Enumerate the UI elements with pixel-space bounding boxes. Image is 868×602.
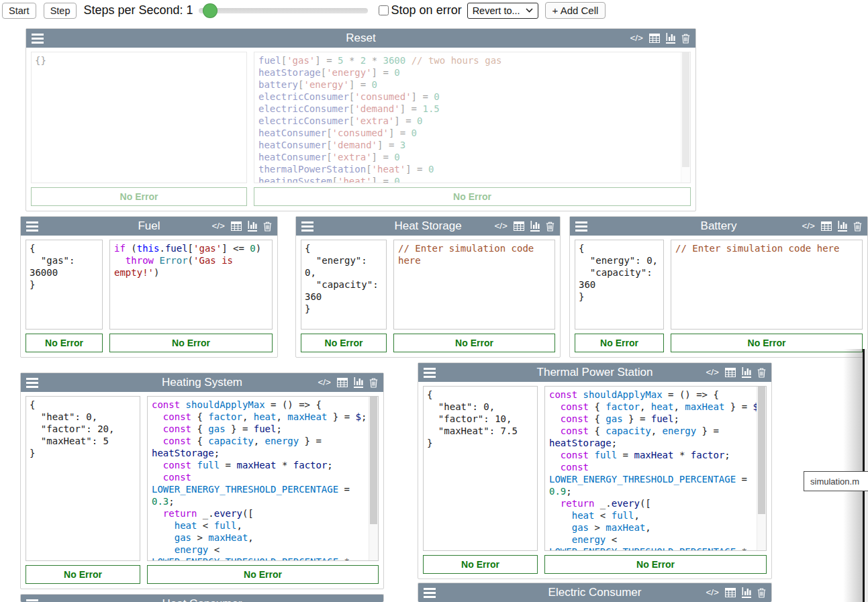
code-token: 0 bbox=[394, 152, 399, 162]
bar-chart-icon[interactable] bbox=[838, 221, 847, 232]
code-editor[interactable]: // Enter simulation codehere bbox=[393, 240, 555, 330]
code-token: LOWER_ENERGY_THRESHOLD_PERCENTAGE bbox=[152, 556, 338, 561]
code-token: = bbox=[338, 484, 350, 495]
code-token: , bbox=[651, 425, 663, 436]
code-editor[interactable]: const shouldApplyMax = () => { const { f… bbox=[147, 396, 379, 561]
hamburger-icon[interactable] bbox=[575, 221, 587, 232]
code-icon[interactable]: </> bbox=[706, 368, 719, 377]
code-token: const bbox=[549, 389, 577, 400]
stop-on-error-checkbox[interactable] bbox=[379, 5, 389, 15]
code-icon[interactable]: </> bbox=[494, 221, 508, 231]
table-icon[interactable] bbox=[514, 221, 524, 231]
code-icon[interactable]: </> bbox=[211, 221, 225, 231]
state-editor[interactable]: {} bbox=[31, 52, 247, 183]
code-token: return bbox=[561, 498, 595, 509]
state-error-status: No Error bbox=[26, 565, 140, 584]
code-token bbox=[577, 389, 583, 400]
hamburger-icon[interactable] bbox=[26, 599, 38, 602]
code-token bbox=[152, 472, 163, 483]
code-line: const shouldApplyMax = () => { bbox=[152, 399, 365, 411]
code-editor[interactable]: // Enter simulation code here bbox=[671, 240, 863, 330]
code-editor[interactable]: if (this.fuel['gas'] <= 0) throw Error('… bbox=[109, 240, 273, 330]
code-token: battery bbox=[258, 79, 298, 90]
code-token: const bbox=[152, 399, 180, 410]
code-token: ] = bbox=[372, 176, 395, 183]
code-token: < bbox=[594, 510, 611, 521]
bar-chart-icon[interactable] bbox=[742, 367, 751, 378]
scrollbar-thumb[interactable] bbox=[370, 397, 377, 524]
scrollbar[interactable] bbox=[681, 52, 690, 183]
chevron-down-icon bbox=[526, 8, 533, 13]
code-line: return _.every([ bbox=[152, 507, 365, 519]
cell-header: Heat Storage </> bbox=[296, 217, 560, 236]
table-icon[interactable] bbox=[337, 378, 348, 387]
start-button[interactable]: Start bbox=[2, 3, 36, 19]
scrollbar-thumb[interactable] bbox=[682, 52, 689, 167]
code-token: * bbox=[673, 450, 690, 460]
table-icon[interactable] bbox=[231, 221, 242, 231]
code-line: thermalPowerStation['heat'] = 0 bbox=[258, 163, 677, 175]
bar-chart-icon[interactable] bbox=[354, 377, 363, 388]
code-error-status: No Error bbox=[109, 334, 273, 352]
bar-chart-icon[interactable] bbox=[248, 221, 257, 232]
hamburger-icon[interactable] bbox=[424, 368, 436, 378]
code-token: electricConsumer bbox=[258, 103, 349, 114]
code-token bbox=[114, 255, 126, 266]
code-icon[interactable]: </> bbox=[630, 34, 643, 43]
scrollbar[interactable] bbox=[757, 387, 766, 550]
state-error-status: No Error bbox=[301, 334, 387, 352]
bar-chart-icon[interactable] bbox=[666, 33, 675, 44]
hamburger-icon[interactable] bbox=[301, 221, 314, 232]
hamburger-icon[interactable] bbox=[26, 221, 38, 232]
code-token: < bbox=[197, 520, 213, 531]
trash-icon[interactable] bbox=[263, 221, 272, 232]
code-icon[interactable]: </> bbox=[802, 221, 815, 231]
speed-slider[interactable] bbox=[199, 8, 368, 13]
filename-tooltip: simulation.m bbox=[804, 471, 868, 491]
state-editor[interactable]: { "energy": 0, "capacity": 360 } bbox=[575, 240, 664, 330]
trash-icon[interactable] bbox=[853, 221, 862, 232]
code-token: electricConsumer bbox=[258, 115, 349, 126]
code-token: const bbox=[163, 460, 191, 470]
code-token: ] = bbox=[394, 115, 417, 126]
hamburger-icon[interactable] bbox=[424, 588, 436, 598]
code-line: energy < bbox=[549, 534, 753, 546]
bar-chart-icon[interactable] bbox=[530, 221, 540, 232]
trash-icon[interactable] bbox=[757, 368, 766, 378]
code-token: maxHeat bbox=[634, 450, 673, 460]
slider-thumb-icon[interactable] bbox=[203, 3, 218, 18]
add-cell-button[interactable]: + Add Cell bbox=[545, 2, 606, 19]
code-token: , bbox=[640, 401, 651, 412]
revert-to-select[interactable]: Revert to... bbox=[467, 3, 538, 19]
trash-icon[interactable] bbox=[757, 588, 766, 598]
scrollbar[interactable] bbox=[369, 397, 378, 560]
code-editor[interactable]: const shouldApplyMax = () => { const { f… bbox=[544, 386, 767, 551]
state-editor[interactable]: { "energy": 0, "capacity": 360 } bbox=[301, 240, 387, 330]
hamburger-icon[interactable] bbox=[26, 378, 38, 388]
state-editor[interactable]: { "heat": 0, "factor": 20, "maxHeat": 5 … bbox=[26, 396, 140, 561]
trash-icon[interactable] bbox=[546, 221, 554, 232]
cell-title: Reset bbox=[346, 32, 375, 45]
code-line: electricConsumer['extra'] = 0 bbox=[258, 115, 677, 127]
table-icon[interactable] bbox=[725, 588, 736, 597]
cell-thermal-power-station: Thermal Power Station </> { "heat": 0, "… bbox=[418, 362, 772, 579]
code-icon[interactable]: </> bbox=[318, 378, 331, 387]
state-editor[interactable]: { "gas": 36000 } bbox=[26, 240, 103, 330]
code-token: ( bbox=[126, 243, 137, 254]
code-token: 'heat' bbox=[338, 176, 372, 183]
table-icon[interactable] bbox=[649, 34, 660, 43]
hamburger-icon[interactable] bbox=[32, 34, 44, 44]
table-icon[interactable] bbox=[821, 221, 832, 231]
code-token: [ bbox=[188, 243, 193, 254]
code-editor[interactable]: fuel['gas'] = 5 * 2 * 3600 // two hours … bbox=[254, 52, 691, 183]
step-button[interactable]: Step bbox=[44, 3, 77, 19]
trash-icon[interactable] bbox=[681, 34, 690, 44]
scrollbar-thumb[interactable] bbox=[758, 387, 765, 514]
cell-header: Heating System </> bbox=[21, 373, 383, 392]
trash-icon[interactable] bbox=[369, 378, 378, 388]
table-icon[interactable] bbox=[725, 368, 736, 377]
code-icon[interactable]: </> bbox=[706, 588, 719, 597]
state-editor[interactable]: { "heat": 0, "factor": 10, "maxHeat": 7.… bbox=[423, 386, 538, 551]
bar-chart-icon[interactable] bbox=[742, 587, 751, 598]
code-token: 0 bbox=[417, 115, 422, 126]
